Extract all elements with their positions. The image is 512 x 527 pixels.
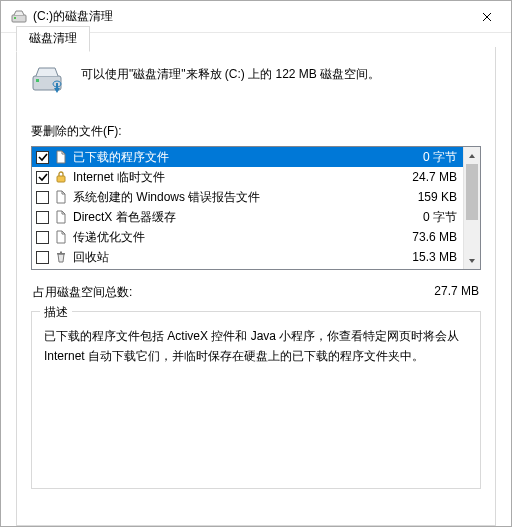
total-row: 占用磁盘空间总数: 27.7 MB	[33, 284, 479, 301]
description-group: 描述 已下载的程序文件包括 ActiveX 控件和 Java 小程序，你查看特定…	[31, 311, 481, 489]
total-value: 27.7 MB	[434, 284, 479, 301]
checkbox[interactable]	[36, 231, 49, 244]
item-name: 系统创建的 Windows 错误报告文件	[73, 189, 406, 206]
files-to-delete-label: 要删除的文件(F):	[31, 123, 481, 140]
checkbox[interactable]	[36, 171, 49, 184]
item-size: 24.7 MB	[404, 170, 457, 184]
svg-rect-7	[60, 252, 62, 254]
svg-rect-3	[36, 79, 39, 82]
svg-rect-1	[14, 17, 16, 19]
file-icon	[53, 149, 69, 165]
item-name: 回收站	[73, 249, 400, 266]
tabstrip: 磁盘清理	[16, 26, 90, 52]
intro-row: 可以使用"磁盘清理"来释放 (C:) 上的 122 MB 磁盘空间。	[31, 63, 481, 97]
scroll-track[interactable]	[464, 164, 480, 252]
cleanup-icon	[31, 63, 65, 97]
scroll-up-button[interactable]	[464, 147, 480, 164]
svg-rect-6	[57, 253, 65, 255]
disk-cleanup-window: (C:)的磁盘清理 磁盘清理	[0, 0, 512, 527]
scroll-down-button[interactable]	[464, 252, 480, 269]
item-name: 已下载的程序文件	[73, 149, 411, 166]
file-list: 已下载的程序文件0 字节Internet 临时文件24.7 MB系统创建的 Wi…	[31, 146, 481, 270]
checkbox[interactable]	[36, 211, 49, 224]
item-name: DirectX 着色器缓存	[73, 209, 411, 226]
total-label: 占用磁盘空间总数:	[33, 284, 132, 301]
tab-content: 可以使用"磁盘清理"来释放 (C:) 上的 122 MB 磁盘空间。 要删除的文…	[17, 47, 495, 489]
list-item[interactable]: Internet 临时文件24.7 MB	[32, 167, 463, 187]
file-icon	[53, 189, 69, 205]
svg-rect-4	[56, 83, 58, 89]
list-item[interactable]: DirectX 着色器缓存0 字节	[32, 207, 463, 227]
item-size: 159 KB	[410, 190, 457, 204]
close-button[interactable]	[465, 2, 509, 32]
drive-icon	[11, 9, 27, 25]
scrollbar-vertical[interactable]	[463, 147, 480, 269]
intro-text: 可以使用"磁盘清理"来释放 (C:) 上的 122 MB 磁盘空间。	[81, 63, 380, 83]
recycle-icon	[53, 249, 69, 265]
scroll-thumb[interactable]	[466, 164, 478, 220]
item-size: 0 字节	[415, 209, 457, 226]
list-item[interactable]: 传递优化文件73.6 MB	[32, 227, 463, 247]
description-legend: 描述	[40, 304, 72, 321]
file-icon	[53, 209, 69, 225]
item-size: 15.3 MB	[404, 250, 457, 264]
dialog-body: 磁盘清理 可以使用"磁盘清理"来释放 (C:	[16, 47, 496, 526]
window-title: (C:)的磁盘清理	[33, 8, 465, 25]
list-item[interactable]: 系统创建的 Windows 错误报告文件159 KB	[32, 187, 463, 207]
file-icon	[53, 229, 69, 245]
checkbox[interactable]	[36, 191, 49, 204]
item-size: 73.6 MB	[404, 230, 457, 244]
checkbox[interactable]	[36, 251, 49, 264]
list-item[interactable]: 已下载的程序文件0 字节	[32, 147, 463, 167]
item-name: 传递优化文件	[73, 229, 400, 246]
description-text: 已下载的程序文件包括 ActiveX 控件和 Java 小程序，你查看特定网页时…	[44, 326, 468, 367]
svg-rect-5	[57, 176, 65, 182]
checkbox[interactable]	[36, 151, 49, 164]
lock-icon	[53, 169, 69, 185]
item-name: Internet 临时文件	[73, 169, 400, 186]
file-list-inner: 已下载的程序文件0 字节Internet 临时文件24.7 MB系统创建的 Wi…	[32, 147, 463, 269]
list-item[interactable]: 回收站15.3 MB	[32, 247, 463, 267]
tab-disk-cleanup[interactable]: 磁盘清理	[16, 26, 90, 52]
item-size: 0 字节	[415, 149, 457, 166]
